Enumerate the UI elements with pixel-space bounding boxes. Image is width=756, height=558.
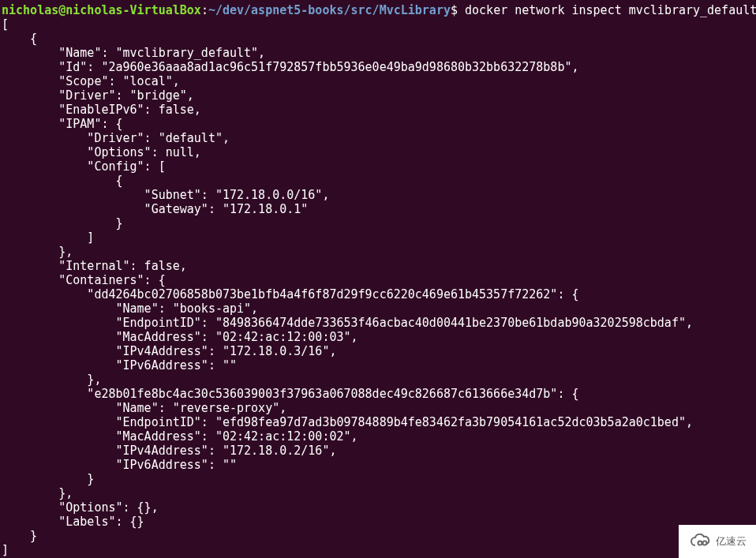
watermark-text: 亿速云 [716, 534, 747, 549]
prompt-separator-dollar: $ [451, 3, 465, 17]
prompt-line: nicholas@nicholas-VirtualBox:~/dev/aspne… [2, 3, 756, 17]
prompt-user-host: nicholas@nicholas-VirtualBox [2, 3, 201, 17]
terminal-window[interactable]: nicholas@nicholas-VirtualBox:~/dev/aspne… [0, 0, 756, 558]
svg-point-0 [698, 541, 702, 545]
command-output: [ { "Name": "mvclibrary_default", "Id": … [2, 17, 756, 557]
svg-point-1 [702, 541, 706, 545]
command-text: docker network inspect mvclibrary_defaul… [465, 3, 756, 17]
cloud-icon [689, 534, 713, 549]
prompt-cwd: ~/dev/aspnet5-books/src/MvcLibrary [208, 3, 451, 17]
watermark-badge: 亿速云 [679, 525, 756, 558]
prompt-separator-colon: : [201, 3, 208, 17]
